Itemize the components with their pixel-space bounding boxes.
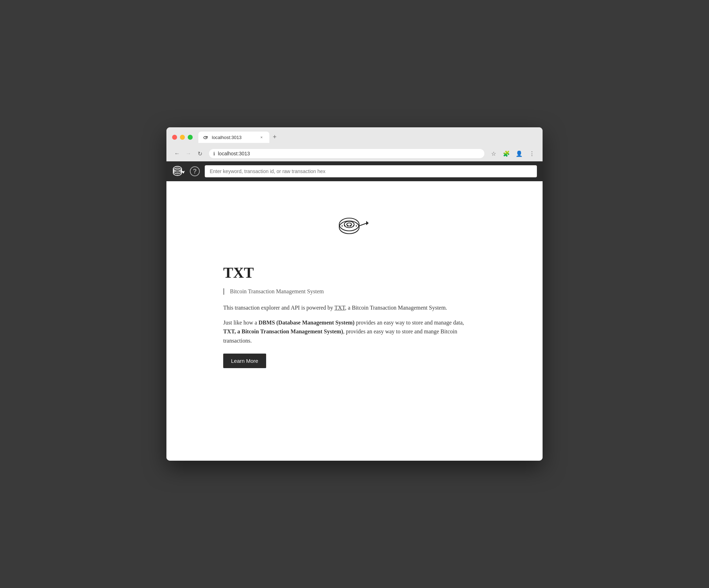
tab-close-button[interactable]: × xyxy=(259,134,264,140)
tab-bar: localhost:3013 × + xyxy=(198,132,537,143)
description-2: Just like how a DBMS (Database Managemen… xyxy=(223,318,465,345)
txt-link[interactable]: TXT xyxy=(334,305,345,311)
desc-1-prefix: This transaction explorer and API is pow… xyxy=(223,305,334,311)
blockquote-text: Bitcoin Transaction Management System xyxy=(230,288,479,295)
page-content: TXT Bitcoin Transaction Management Syste… xyxy=(166,181,543,461)
help-button[interactable]: ? xyxy=(190,166,200,176)
hero-logo xyxy=(333,210,376,243)
minimize-button[interactable] xyxy=(180,135,185,140)
blockquote: Bitcoin Transaction Management System xyxy=(223,288,479,295)
address-input-container[interactable]: ℹ xyxy=(209,149,484,158)
desc-2-bold-2: TXT, a Bitcoin Transaction Management Sy… xyxy=(223,328,343,334)
browser-window: localhost:3013 × + ← → ↻ ℹ ☆ 🧩 👤 ⋮ xyxy=(166,127,543,461)
forward-button[interactable]: → xyxy=(183,149,193,159)
desc-2-middle: provides an easy way to store and manage… xyxy=(354,320,464,326)
menu-button[interactable]: ⋮ xyxy=(527,149,537,159)
desc-2-prefix: Just like how a xyxy=(223,320,259,326)
close-button[interactable] xyxy=(172,135,177,140)
title-bar: localhost:3013 × + xyxy=(166,127,543,146)
desc-2-bold-1: DBMS (Database Management System) xyxy=(259,320,355,326)
learn-more-button[interactable]: Learn More xyxy=(223,354,266,368)
address-input[interactable] xyxy=(218,151,480,156)
content-area: TXT Bitcoin Transaction Management Syste… xyxy=(223,264,479,368)
back-button[interactable]: ← xyxy=(172,149,182,159)
active-tab[interactable]: localhost:3013 × xyxy=(198,132,269,143)
extensions-button[interactable]: 🧩 xyxy=(501,149,511,159)
svg-point-15 xyxy=(347,223,352,226)
traffic-lights xyxy=(172,135,193,140)
svg-point-5 xyxy=(339,218,359,231)
svg-point-14 xyxy=(344,221,354,228)
maximize-button[interactable] xyxy=(188,135,193,140)
desc-1-suffix: , a Bitcoin Transaction Management Syste… xyxy=(345,305,447,311)
search-input[interactable] xyxy=(210,168,532,174)
profile-button[interactable]: 👤 xyxy=(514,149,524,159)
page-heading: TXT xyxy=(223,264,479,281)
tab-favicon xyxy=(203,134,209,140)
reload-button[interactable]: ↻ xyxy=(195,149,205,159)
info-icon: ℹ xyxy=(213,151,215,156)
bookmark-button[interactable]: ☆ xyxy=(489,149,499,159)
search-container[interactable] xyxy=(205,165,537,177)
address-bar: ← → ↻ ℹ ☆ 🧩 👤 ⋮ xyxy=(166,146,543,161)
address-actions: ☆ 🧩 👤 ⋮ xyxy=(489,149,537,159)
nav-buttons: ← → ↻ xyxy=(172,149,205,159)
app-toolbar: ? xyxy=(166,161,543,181)
tab-title: localhost:3013 xyxy=(212,135,256,140)
app-logo[interactable] xyxy=(172,165,185,178)
description-1: This transaction explorer and API is pow… xyxy=(223,303,465,312)
new-tab-button[interactable]: + xyxy=(269,132,280,142)
